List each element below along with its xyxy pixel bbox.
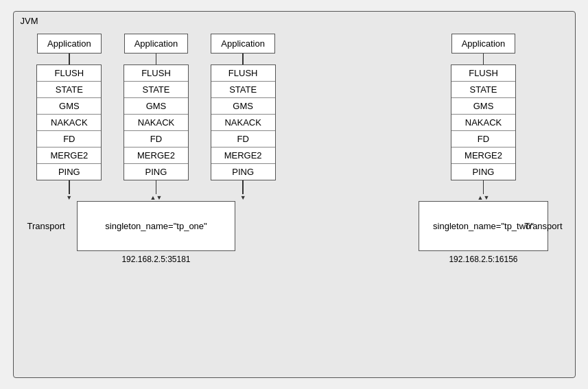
right-group: Application FLUSH STATE GMS NAKACK FD ME… bbox=[405, 34, 563, 264]
protocol-stack-1: FLUSH STATE GMS NAKACK FD MERGE2 PING bbox=[36, 64, 102, 180]
app-box-2: Application bbox=[124, 34, 189, 54]
connector-4 bbox=[483, 54, 484, 64]
protocol-nakack-1: NAKACK bbox=[37, 115, 101, 131]
app-box-4: Application bbox=[451, 34, 516, 54]
ip-label-left: 192.168.2.5:35181 bbox=[121, 255, 190, 264]
protocol-state-1: STATE bbox=[37, 82, 101, 98]
protocol-fd-4: FD bbox=[451, 131, 515, 148]
transport-left-container: Transport singleton_name="tp_one" 192.16… bbox=[26, 201, 287, 264]
connector-1 bbox=[69, 54, 70, 64]
jvm-label: JVM bbox=[21, 16, 38, 26]
protocol-gms-2: GMS bbox=[124, 98, 188, 115]
transport-box-left: singleton_name="tp_one" bbox=[77, 201, 235, 251]
protocol-flush-4: FLUSH bbox=[451, 65, 515, 82]
protocol-fd-1: FD bbox=[37, 131, 101, 148]
protocol-merge2-4: MERGE2 bbox=[451, 148, 515, 164]
stack-col-2: Application FLUSH STATE GMS NAKACK FD ME… bbox=[124, 34, 189, 201]
protocol-flush-3: FLUSH bbox=[211, 65, 275, 82]
transport-right-row: singleton_name="tp_two" Transport bbox=[405, 201, 563, 251]
groups-area: Application FLUSH STATE GMS NAKACK FD ME… bbox=[19, 34, 569, 264]
protocol-stack-3: FLUSH STATE GMS NAKACK FD MERGE2 PING bbox=[211, 64, 276, 180]
transport-label-right: Transport bbox=[524, 221, 562, 231]
protocol-merge2-1: MERGE2 bbox=[37, 148, 101, 164]
protocol-ping-2: PING bbox=[124, 164, 188, 180]
arrow-down-3: ▼ bbox=[240, 180, 246, 201]
connector-2 bbox=[156, 54, 157, 64]
protocol-nakack-3: NAKACK bbox=[211, 115, 275, 131]
transport-right-container: singleton_name="tp_two" Transport 192.16… bbox=[405, 201, 563, 264]
singleton-name-right: singleton_name="tp_two" bbox=[433, 221, 534, 231]
singleton-name-left: singleton_name="tp_one" bbox=[105, 221, 207, 231]
app-box-1: Application bbox=[37, 34, 102, 54]
protocol-state-3: STATE bbox=[211, 82, 275, 98]
transport-label-left: Transport bbox=[27, 221, 65, 231]
protocol-stack-2: FLUSH STATE GMS NAKACK FD MERGE2 PING bbox=[124, 64, 189, 180]
protocol-state-4: STATE bbox=[451, 82, 515, 98]
protocol-ping-1: PING bbox=[37, 164, 101, 180]
protocol-stack-4: FLUSH STATE GMS NAKACK FD MERGE2 PING bbox=[451, 64, 516, 180]
arrow-down-4: ▲▼ bbox=[478, 180, 490, 201]
protocol-gms-1: GMS bbox=[37, 98, 101, 115]
transport-left-row: Transport singleton_name="tp_one" bbox=[26, 201, 287, 251]
protocol-nakack-4: NAKACK bbox=[451, 115, 515, 131]
jvm-container: JVM Application FLUSH STATE GMS NAKACK F… bbox=[13, 11, 576, 378]
connector-3 bbox=[242, 54, 244, 64]
arrow-down-1: ▼ bbox=[66, 180, 72, 201]
protocol-flush-2: FLUSH bbox=[124, 65, 188, 82]
stack-col-4: Application FLUSH STATE GMS NAKACK FD ME… bbox=[451, 34, 516, 201]
ip-label-right: 192.168.2.5:16156 bbox=[449, 255, 517, 264]
protocol-nakack-2: NAKACK bbox=[124, 115, 188, 131]
protocol-flush-1: FLUSH bbox=[37, 65, 101, 82]
protocol-fd-3: FD bbox=[211, 131, 275, 148]
left-group: Application FLUSH STATE GMS NAKACK FD ME… bbox=[26, 34, 287, 264]
protocol-fd-2: FD bbox=[124, 131, 188, 148]
stack-col-1: Application FLUSH STATE GMS NAKACK FD ME… bbox=[36, 34, 102, 201]
protocol-ping-4: PING bbox=[451, 164, 515, 180]
app-box-3: Application bbox=[211, 34, 275, 54]
protocol-merge2-2: MERGE2 bbox=[124, 148, 188, 164]
protocol-state-2: STATE bbox=[124, 82, 188, 98]
protocol-merge2-3: MERGE2 bbox=[211, 148, 275, 164]
protocol-ping-3: PING bbox=[211, 164, 275, 180]
protocol-gms-3: GMS bbox=[211, 98, 275, 115]
stack-col-3: Application FLUSH STATE GMS NAKACK FD ME… bbox=[211, 34, 276, 201]
protocol-gms-4: GMS bbox=[451, 98, 515, 115]
arrow-down-2: ▲▼ bbox=[150, 180, 163, 201]
